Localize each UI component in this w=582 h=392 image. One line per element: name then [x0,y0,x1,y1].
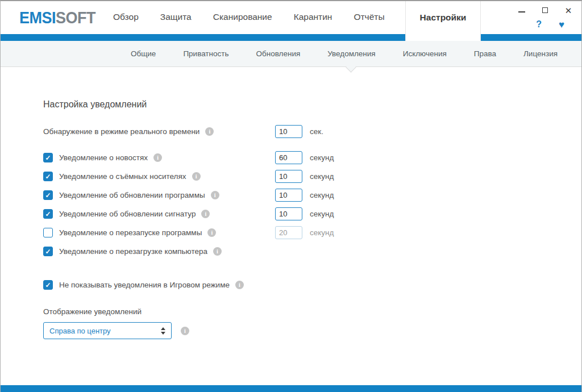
news-field: секунд [275,151,334,164]
removable-media-notification-row: ✓ Уведомление о съёмных носителях i секу… [43,167,581,186]
realtime-detection-row: Обнаружение в режиме реального времени i… [43,124,581,138]
removable-media-label: Уведомление о съёмных носителях [59,172,186,181]
info-icon[interactable]: i [192,172,201,181]
subtab-exclusions[interactable]: Исключения [389,41,460,66]
checkmark-icon: ✓ [45,155,51,161]
app-window: EMSISOFT Обзор Защита Сканирование Каран… [0,0,582,392]
realtime-seconds-input[interactable] [275,125,302,138]
game-mode-row: ✓ Не показывать уведомления в Игровом ре… [43,276,581,294]
notifications-settings-panel: Настройка уведомлений Обнаружение в режи… [1,67,581,385]
news-seconds-input[interactable] [275,151,302,164]
signature-update-label: Уведомление об обновлении сигнатур [59,210,196,218]
program-restart-field: секунд [275,226,334,239]
program-update-seconds-input[interactable] [275,189,302,202]
notification-options-list: ✓ Уведомление о новостях i секунд ✓ Увед… [43,148,581,261]
game-mode-checkbox[interactable]: ✓ [43,280,53,290]
nav-overview[interactable]: Обзор [113,12,139,22]
select-updown-icon [161,327,165,335]
maximize-button[interactable] [541,6,549,14]
subtab-updates[interactable]: Обновления [242,41,314,66]
subtab-license[interactable]: Лицензия [510,41,571,66]
triangle-down-icon [161,332,165,335]
subtab-notifications[interactable]: Уведомления [314,41,389,66]
emsisoft-logo: EMSISOFT [19,9,95,27]
info-icon[interactable]: i [181,327,189,335]
window-controls: ✕ [518,6,572,14]
heart-icon[interactable]: ♥ [559,20,564,30]
display-position-label-row: Отображение уведомлений [43,306,581,316]
info-icon[interactable]: i [213,247,222,256]
triangle-up-icon [161,327,165,330]
realtime-detection-field: сек. [275,125,323,138]
bottom-accent-bar [1,385,581,392]
logo-part-gray: SOFT [56,9,95,27]
checkmark-icon: ✓ [45,173,51,180]
realtime-unit-label: сек. [310,127,323,136]
nav-logs[interactable]: Отчёты [354,12,384,22]
top-bar: EMSISOFT Обзор Защита Сканирование Каран… [1,1,581,33]
page-title: Настройка уведомлений [43,99,581,110]
subtab-permissions[interactable]: Права [460,41,510,66]
news-checkbox[interactable]: ✓ [43,153,53,162]
signature-update-field: секунд [275,207,334,220]
program-update-label: Уведомление об обновлении программы [59,191,205,199]
help-icon[interactable]: ? [536,19,542,30]
subtab-notifications-label: Уведомления [327,49,375,58]
maximize-icon [542,7,548,13]
info-icon[interactable]: i [211,191,219,199]
display-position-select[interactable]: Справа по центру [43,322,172,339]
help-row: ? ♥ [536,19,564,30]
subtab-general[interactable]: Общие [117,41,169,66]
realtime-detection-label: Обнаружение в режиме реального времени [43,127,199,136]
computer-reboot-notification-row: ✓ Уведомление о перезагрузке компьютера … [43,242,581,261]
nav-protection[interactable]: Защита [160,12,192,22]
signature-update-notification-row: ✓ Уведомление об обновлении сигнатур i с… [43,205,581,223]
display-position-select-row: Справа по центру i [43,322,581,339]
program-restart-unit-label: секунд [310,228,334,237]
removable-media-unit-label: секунд [310,172,334,181]
minimize-icon [518,11,525,12]
nav-quarantine[interactable]: Карантин [294,12,332,22]
info-icon[interactable]: i [235,281,244,289]
accent-strip [1,34,581,41]
nav-settings-active-tab[interactable]: Настройки [405,1,481,41]
game-mode-label: Не показывать уведомления в Игровом режи… [59,281,230,289]
checkmark-icon: ✓ [45,211,51,218]
signature-update-seconds-input[interactable] [275,207,302,220]
checkmark-icon: ✓ [45,248,51,255]
program-restart-seconds-input[interactable] [275,226,302,239]
removable-media-field: секунд [275,170,334,183]
program-restart-notification-row: ✓ Уведомление о перезапуске программы i … [43,223,581,242]
news-notification-row: ✓ Уведомление о новостях i секунд [43,148,581,167]
info-icon[interactable]: i [153,153,162,162]
news-unit-label: секунд [310,153,334,162]
nav-scanning[interactable]: Сканирование [213,12,272,22]
computer-reboot-checkbox[interactable]: ✓ [43,247,53,256]
removable-media-seconds-input[interactable] [275,170,302,183]
removable-media-checkbox[interactable]: ✓ [43,172,53,181]
info-icon[interactable]: i [207,228,216,237]
program-update-field: секунд [275,189,334,202]
program-restart-checkbox[interactable]: ✓ [43,228,53,237]
minimize-button[interactable] [518,6,526,14]
program-update-unit-label: секунд [310,191,334,199]
program-update-checkbox[interactable]: ✓ [43,190,53,200]
news-label: Уведомление о новостях [59,153,148,162]
checkmark-icon: ✓ [45,192,51,199]
display-position-selected-value: Справа по центру [49,327,161,335]
signature-update-checkbox[interactable]: ✓ [43,209,53,219]
display-position-label: Отображение уведомлений [43,307,142,316]
close-icon: ✕ [565,6,572,15]
program-restart-label: Уведомление о перезапуске программы [59,228,202,237]
main-nav: Обзор Защита Сканирование Карантин Отчёт… [113,1,385,33]
subtab-privacy[interactable]: Приватность [169,41,242,66]
computer-reboot-label: Уведомление о перезагрузке компьютера [59,247,207,256]
program-update-notification-row: ✓ Уведомление об обновлении программы i … [43,186,581,205]
signature-update-unit-label: секунд [310,210,334,218]
info-icon[interactable]: i [201,210,210,218]
settings-subnav: Общие Приватность Обновления Уведомления… [1,41,581,67]
close-button[interactable]: ✕ [564,6,572,14]
checkmark-icon: ✓ [45,282,51,289]
info-icon[interactable]: i [205,127,214,136]
logo-part-blue: EMSI [19,9,56,27]
